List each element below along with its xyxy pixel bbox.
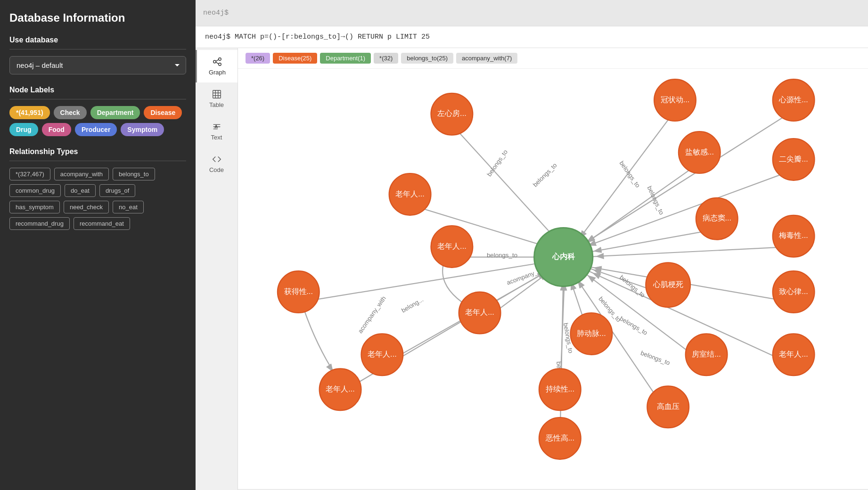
- code-icon: [212, 154, 222, 164]
- node-malignant-label: 恶性高...: [545, 433, 575, 442]
- node-sick-sinus-label: 病态窦...: [703, 213, 732, 222]
- node-label-all[interactable]: *(41,951): [9, 106, 50, 119]
- svg-line-11: [452, 124, 565, 248]
- node-salt-label: 盐敏感...: [685, 147, 714, 156]
- tab-text-label: Text: [211, 134, 222, 141]
- query-display: neo4j$ MATCH p=()-[r:belongs_to]→() RETU…: [196, 26, 868, 48]
- node-elderly1-label: 老年人...: [395, 189, 425, 198]
- svg-line-12: [572, 111, 675, 249]
- node-av-block-label: 房室结...: [692, 350, 721, 358]
- edge-label-2: belongs_to: [532, 162, 558, 188]
- svg-point-2: [219, 63, 221, 66]
- node-elderly2-label: 老年人...: [437, 242, 467, 250]
- svg-rect-5: [213, 90, 221, 98]
- node-arrhythmia-label: 致心律...: [779, 287, 808, 295]
- edge-label-13: belongs_to: [639, 350, 671, 367]
- filter-row: *(26) Disease(25) Department(1) *(32) be…: [238, 48, 868, 69]
- svg-point-1: [219, 58, 221, 61]
- node-mitral-label: 二尖瓣...: [779, 155, 808, 163]
- center-node-label: 心内科: [552, 252, 575, 261]
- tab-text[interactable]: A Text: [196, 115, 237, 147]
- text-icon: A: [212, 122, 222, 132]
- node-myocardial-label: 心肌梗死: [653, 280, 683, 288]
- node-label-symptom[interactable]: Symptom: [121, 123, 164, 136]
- node-left-heart-label: 左心房...: [437, 109, 467, 117]
- node-pulmonary-label: 肺动脉...: [577, 329, 606, 337]
- rel-tag-do-eat[interactable]: do_eat: [65, 184, 96, 197]
- node-elderly6-label: 老年人...: [326, 384, 355, 393]
- rel-tag-need-check[interactable]: need_check: [64, 201, 109, 213]
- tab-table[interactable]: Table: [196, 82, 237, 115]
- node-label-food[interactable]: Food: [42, 123, 71, 136]
- content-area: Graph Table A Text Code: [196, 48, 868, 490]
- svg-line-4: [216, 62, 219, 64]
- node-label-drug[interactable]: Drug: [9, 123, 38, 136]
- edge-label-11: acompany_with: [357, 295, 387, 335]
- query-text: neo4j$ MATCH p=()-[r:belongs_to]→() RETU…: [205, 33, 430, 41]
- node-labels-container: *(41,951) Check Department Disease Drug …: [9, 106, 186, 136]
- node-label-check[interactable]: Check: [54, 106, 87, 119]
- node-coronary-label: 冠状动...: [661, 95, 690, 104]
- tab-code[interactable]: Code: [196, 147, 237, 180]
- svg-line-14: [576, 163, 699, 250]
- tab-graph-label: Graph: [209, 69, 226, 76]
- filter-rel-belongs-to[interactable]: belongs_to(25): [401, 53, 453, 64]
- query-prompt-bar: neo4j$: [196, 0, 868, 26]
- rel-tag-common-drug[interactable]: common_drug: [9, 184, 61, 197]
- filter-node-all[interactable]: *(26): [246, 53, 270, 64]
- edge-label-5: belongs_to: [487, 252, 517, 259]
- rel-tag-has-symptom[interactable]: has_symptom: [9, 201, 60, 213]
- node-syphilis-label: 梅毒性...: [778, 231, 808, 239]
- svg-text:A: A: [215, 124, 217, 129]
- node-elderly5-label: 老年人...: [368, 350, 397, 358]
- rel-tag-no-eat[interactable]: no_eat: [113, 201, 144, 213]
- use-database-label: Use database: [9, 36, 186, 44]
- graph-svg: belongs_to belongs_to belongs_to belongs…: [238, 69, 868, 487]
- node-label-disease[interactable]: Disease: [144, 106, 182, 119]
- edge-label-3: belongs_to: [618, 160, 642, 189]
- tab-table-label: Table: [209, 101, 224, 108]
- table-icon: [212, 89, 222, 99]
- query-prompt-text: neo4j$: [203, 9, 229, 17]
- node-acquired-label: 获得性...: [284, 287, 313, 295]
- rel-tag-recommand-eat[interactable]: recommand_eat: [74, 217, 130, 230]
- tab-graph[interactable]: Graph: [196, 50, 237, 82]
- node-label-department[interactable]: Department: [90, 106, 140, 119]
- svg-line-30: [560, 270, 563, 442]
- svg-line-13: [576, 111, 794, 249]
- rel-tag-all[interactable]: *(327,467): [9, 168, 50, 180]
- rel-tag-drugs-of[interactable]: drugs_of: [99, 184, 136, 197]
- tab-code-label: Code: [209, 166, 224, 173]
- svg-line-18: [583, 246, 794, 257]
- node-elderly4-label: 老年人...: [779, 350, 808, 358]
- relationship-types-container: *(327,467) acompany_with belongs_to comm…: [9, 168, 186, 230]
- database-select[interactable]: neo4j – default: [9, 56, 186, 74]
- node-label-producer[interactable]: Producer: [75, 123, 117, 136]
- svg-line-15: [576, 170, 794, 250]
- rel-tag-belongs-to[interactable]: belongs_to: [113, 168, 155, 180]
- main-panel: neo4j$ neo4j$ MATCH p=()-[r:belongs_to]→…: [196, 0, 868, 490]
- filter-node-disease[interactable]: Disease(25): [273, 53, 317, 64]
- sidebar: Database Information Use database neo4j …: [0, 0, 196, 490]
- node-elderly3-label: 老年人...: [465, 308, 494, 316]
- filter-rel-all[interactable]: *(32): [374, 53, 398, 64]
- edge-label-12: belong...: [400, 296, 425, 314]
- svg-line-3: [216, 59, 219, 61]
- node-persistent-label: 持续性...: [546, 384, 575, 393]
- graph-area: *(26) Disease(25) Department(1) *(32) be…: [238, 48, 868, 490]
- graph-icon: [212, 57, 222, 67]
- node-cardiac-label: 心源性...: [778, 95, 808, 104]
- rel-tag-recommand-drug[interactable]: recommand_drug: [9, 217, 70, 230]
- relationship-types-title: Relationship Types: [9, 147, 186, 156]
- sidebar-title: Database Information: [9, 11, 186, 24]
- filter-node-department[interactable]: Department(1): [320, 53, 371, 64]
- database-selector-wrap: neo4j – default: [9, 56, 186, 74]
- node-labels-title: Node Labels: [9, 86, 186, 94]
- node-hypertension-label: 高血压: [657, 402, 680, 410]
- edge-label-1: belongs_to: [485, 148, 509, 178]
- view-tabs: Graph Table A Text Code: [196, 48, 238, 490]
- filter-rel-acompany-with[interactable]: acompany_with(7): [456, 53, 517, 64]
- rel-tag-acompany-with[interactable]: acompany_with: [54, 168, 109, 180]
- svg-point-0: [213, 60, 216, 63]
